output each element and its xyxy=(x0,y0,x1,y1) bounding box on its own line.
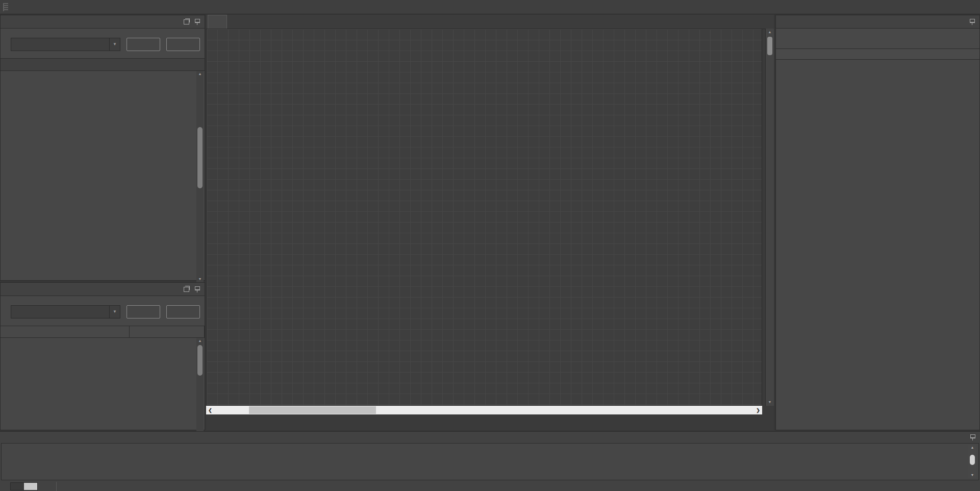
restore-icon[interactable] xyxy=(184,19,189,24)
scroll-right-icon[interactable]: ❯ xyxy=(754,408,762,413)
workspace-tree-titlebar xyxy=(1,15,205,29)
kits-search-input[interactable] xyxy=(11,308,109,316)
device-kits-titlebar xyxy=(1,283,205,296)
editor-tab[interactable] xyxy=(208,15,227,29)
scroll-down-icon[interactable]: ▼ xyxy=(196,276,204,282)
editor-tabbar xyxy=(206,15,774,29)
scroll-up-icon[interactable]: ▲ xyxy=(766,29,774,36)
pin-icon[interactable] xyxy=(194,18,199,25)
chevron-down-icon[interactable]: ▼ xyxy=(109,38,120,51)
restore-icon[interactable] xyxy=(184,287,189,292)
scroll-up-icon[interactable]: ▲ xyxy=(968,445,976,451)
scrollbar-thumb[interactable] xyxy=(197,345,203,376)
device-kits-panel: ▼ ▲ ▼ xyxy=(0,282,205,430)
console-scrollbar[interactable]: ▲ ▼ xyxy=(968,445,976,478)
console-level-slider[interactable] xyxy=(10,482,38,490)
device-kits-search-row: ▼ xyxy=(1,296,205,326)
console-panel: ▲ ▼ xyxy=(0,431,980,491)
pin-icon[interactable] xyxy=(969,18,974,25)
workspace-tree-search-row: ▼ xyxy=(1,29,205,58)
kits-scrollbar[interactable]: ▲ ▼ xyxy=(196,338,204,447)
scroll-up-icon[interactable]: ▲ xyxy=(196,71,204,77)
console-controls xyxy=(0,481,980,491)
toolbar-divider xyxy=(56,482,57,491)
pin-icon[interactable] xyxy=(970,434,975,440)
object-properties-panel xyxy=(775,15,980,430)
console-titlebar xyxy=(0,432,980,443)
wire-layer xyxy=(207,29,762,406)
workspace-find-button[interactable] xyxy=(127,38,160,51)
kits-table-header xyxy=(1,326,205,338)
workspace-search-input[interactable] xyxy=(11,41,109,48)
scrollbar-thumb[interactable] xyxy=(249,406,376,414)
kits-col-text xyxy=(1,326,130,337)
application-window: ▼ ▲ ▼ ▼ xyxy=(0,0,980,491)
slider-thumb[interactable] xyxy=(24,483,37,490)
tree-scrollbar[interactable]: ▲ ▼ xyxy=(196,71,204,282)
scroll-down-icon[interactable]: ▼ xyxy=(766,399,774,406)
workspace-search-combo: ▼ xyxy=(11,38,120,51)
scroll-up-icon[interactable]: ▲ xyxy=(196,338,204,344)
breadcrumb xyxy=(0,0,980,14)
workspace-tree-header xyxy=(1,58,205,71)
workspace-tree-list: ▲ ▼ xyxy=(1,71,205,284)
scrollbar-thumb[interactable] xyxy=(197,127,203,188)
chevron-down-icon[interactable]: ▼ xyxy=(109,306,120,318)
console-log[interactable]: ▲ ▼ xyxy=(1,443,979,480)
workspace-clear-button[interactable] xyxy=(166,38,200,51)
pin-icon[interactable] xyxy=(194,286,199,292)
wire-sheet-canvas[interactable] xyxy=(206,29,762,406)
object-subject xyxy=(776,29,979,49)
slider-track xyxy=(11,483,24,490)
workspace-tree-panel: ▼ ▲ ▼ xyxy=(0,15,205,281)
scroll-down-icon[interactable]: ▼ xyxy=(968,472,976,478)
scrollbar-track[interactable] xyxy=(214,406,754,414)
object-properties-titlebar xyxy=(776,15,979,29)
scrollbar-thumb[interactable] xyxy=(970,455,975,465)
sheet-tabs xyxy=(206,414,774,430)
kits-clear-button[interactable] xyxy=(166,305,200,318)
canvas-horizontal-scrollbar[interactable]: ❮ ❯ xyxy=(206,406,762,414)
drag-handle-icon[interactable] xyxy=(3,3,8,11)
canvas-vertical-scrollbar[interactable]: ▲ ▼ xyxy=(765,29,774,406)
kits-find-button[interactable] xyxy=(127,305,160,318)
scrollbar-thumb[interactable] xyxy=(767,37,772,55)
kits-search-combo: ▼ xyxy=(11,305,120,318)
kits-col-size xyxy=(130,326,205,337)
properties-table-header xyxy=(776,49,979,60)
editor-area: ▲ ▼ ❮ ❯ xyxy=(206,15,774,430)
scroll-left-icon[interactable]: ❮ xyxy=(206,408,214,413)
